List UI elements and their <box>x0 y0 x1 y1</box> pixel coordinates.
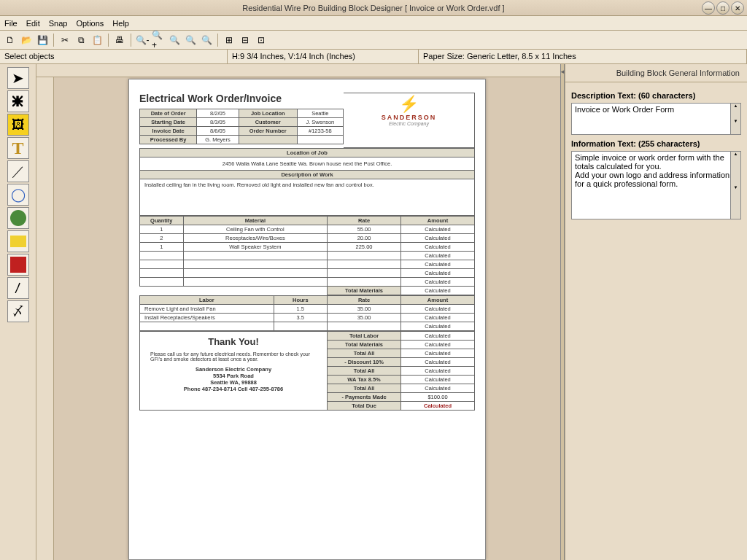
zoom-window-icon[interactable]: 🔍 <box>167 33 182 47</box>
fill-rect-tool[interactable] <box>7 230 29 252</box>
toolbar: 🗋 📂 💾 ✂ ⧉ 📋 🖶 🔍- 🔍+ 🔍 🔍 🔍 ⊞ ⊟ ⊡ <box>0 31 747 50</box>
ellipse-tool[interactable]: ◯ <box>7 184 29 206</box>
canvas[interactable]: Electrical Work Order/Invoice Date of Or… <box>54 77 560 560</box>
new-icon[interactable]: 🗋 <box>3 33 18 47</box>
total-due-label: Total Due <box>328 402 401 411</box>
spinner-up-icon[interactable]: ▲ <box>730 152 740 185</box>
cut-icon[interactable]: ✂ <box>58 33 72 47</box>
bolt-icon: ⚡ <box>347 95 471 114</box>
zoom-in-icon[interactable]: 🔍+ <box>151 33 166 47</box>
addr2: Seattle WA, 99888 <box>144 379 322 386</box>
minimize-button[interactable]: — <box>702 1 715 15</box>
infobar: Select objects H:9 3/4 Inches, V:1/4 Inc… <box>0 50 747 64</box>
company: Sanderson Electric Company <box>144 366 322 373</box>
brand-name: SANDERSON <box>347 114 471 121</box>
zoom-out-icon[interactable]: 🔍- <box>135 33 150 47</box>
location-text: 2456 Walla Walla Lane Seattle Wa. Brown … <box>140 158 475 171</box>
desc-label: Description Text: (60 characters) <box>571 91 741 100</box>
polyline-tool[interactable]: 〳 <box>7 277 29 299</box>
menu-edit[interactable]: Edit <box>26 19 40 28</box>
spinner-down-icon[interactable]: ▼ <box>730 119 740 134</box>
info-input[interactable]: Simple invoice or work order form with t… <box>571 151 741 219</box>
open-icon[interactable]: 📂 <box>19 33 34 47</box>
grid-icon[interactable]: ⊡ <box>254 33 268 47</box>
logo-block: ⚡ SANDERSON Electric Company <box>344 93 475 148</box>
save-icon[interactable]: 💾 <box>35 33 50 47</box>
polygon-tool[interactable]: 〆 <box>7 300 29 322</box>
info-label: Information Text: (255 characters) <box>571 139 741 148</box>
text-tool[interactable]: T <box>7 137 29 159</box>
toolbox: ➤ 🞽 🖼 T ／ ◯ 〳 〆 <box>0 64 36 560</box>
menu-options[interactable]: Options <box>76 19 104 28</box>
titlebar: Residential Wire Pro Building Block Desi… <box>0 0 747 16</box>
spinner-up-icon[interactable]: ▲ <box>730 104 740 119</box>
spinner-down-icon[interactable]: ▼ <box>730 185 740 219</box>
phone: Phone 487-234-8714 Cell 487-255-8786 <box>144 386 322 392</box>
brand-sub: Electric Company <box>347 121 471 126</box>
menu-file[interactable]: File <box>4 19 18 28</box>
menubar: File Edit Snap Options Help <box>0 16 747 31</box>
distribute-icon[interactable]: ⊟ <box>238 33 252 47</box>
thank-you: Thank You! <box>144 336 322 347</box>
doc-title: Electrical Work Order/Invoice <box>139 93 344 104</box>
copy-icon[interactable]: ⧉ <box>74 33 88 47</box>
graphic-tool[interactable]: 🞽 <box>7 90 29 112</box>
addr1: 5534 Park Road <box>144 373 322 379</box>
maximize-button[interactable]: □ <box>716 1 729 15</box>
close-button[interactable]: ✕ <box>731 1 744 15</box>
ruler-horizontal <box>36 64 560 77</box>
dow-header: Description of Work <box>140 171 475 179</box>
fill-square-tool[interactable] <box>7 254 29 276</box>
zoom-extents-icon[interactable]: 🔍 <box>183 33 198 47</box>
zoom-page-icon[interactable]: 🔍 <box>199 33 214 47</box>
desc-input[interactable]: Invoice or Work Order Form ▲▼ <box>571 103 741 135</box>
selection-status: Select objects <box>0 50 228 63</box>
footer-note: Please call us for any future electrical… <box>150 351 317 362</box>
location-header: Location of Job <box>140 149 475 158</box>
align-icon[interactable]: ⊞ <box>222 33 236 47</box>
pointer-tool[interactable]: ➤ <box>7 67 29 89</box>
window-title: Residential Wire Pro Building Block Desi… <box>242 4 504 12</box>
dow-text: Installed ceiling fan in the living room… <box>140 179 475 216</box>
side-panel: Building Block General Information Descr… <box>565 64 747 560</box>
total-due-value: Calculated <box>401 402 475 411</box>
splitter[interactable] <box>560 64 565 560</box>
print-icon[interactable]: 🖶 <box>112 33 127 47</box>
line-tool[interactable]: ／ <box>7 160 29 182</box>
paste-icon[interactable]: 📋 <box>90 33 104 47</box>
ruler-vertical <box>36 77 54 560</box>
side-header: Building Block General Information <box>565 64 747 82</box>
cursor-position: H:9 3/4 Inches, V:1/4 Inch (Inches) <box>228 50 419 63</box>
menu-snap[interactable]: Snap <box>49 19 68 28</box>
paper-size: Paper Size: Generic Letter, 8.5 x 11 Inc… <box>419 50 747 63</box>
document-page[interactable]: Electrical Work Order/Invoice Date of Or… <box>128 79 486 560</box>
image-tool[interactable]: 🖼 <box>7 114 29 136</box>
menu-help[interactable]: Help <box>112 19 129 28</box>
fill-circle-tool[interactable] <box>7 207 29 229</box>
